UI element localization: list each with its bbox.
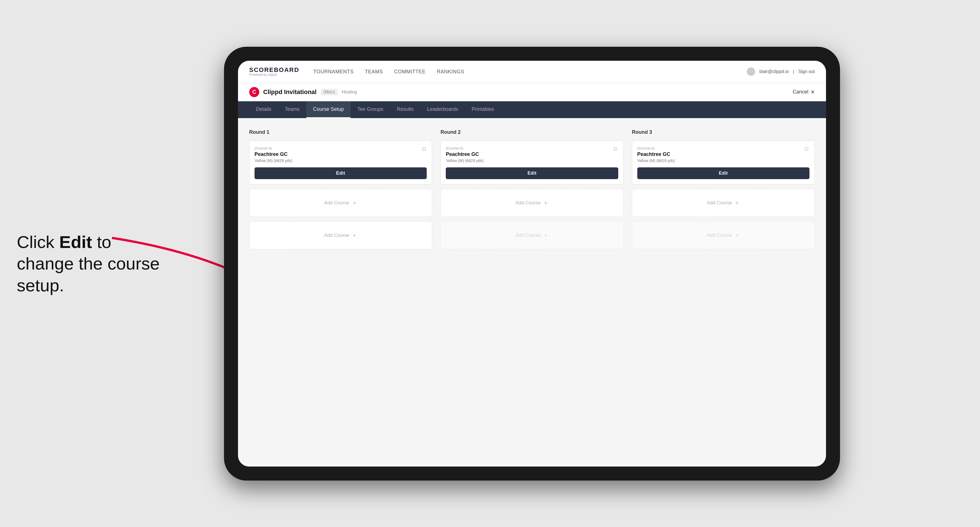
round-3-add-text-1: Add Course bbox=[707, 200, 732, 206]
round-3-add-course-1[interactable]: Add Course ＋ bbox=[632, 189, 815, 217]
round-1-course-details: Yellow (M) (6629 yds) bbox=[255, 159, 427, 163]
tab-printables[interactable]: Printables bbox=[465, 101, 501, 118]
round-2-add-course-2: Add Course ＋ bbox=[441, 221, 623, 249]
round-2-plus-icon-1: ＋ bbox=[543, 199, 549, 206]
tab-bar: Details Teams Course Setup Tee Groups Re… bbox=[238, 101, 826, 118]
tab-teams[interactable]: Teams bbox=[278, 101, 306, 118]
scoreboard-logo: SCOREBOARD bbox=[249, 67, 299, 73]
round-3-add-course-2: Add Course ＋ bbox=[632, 221, 815, 249]
round-1-column: Round 1 ⊡ (Course A) Peachtree GC Yellow… bbox=[249, 129, 432, 249]
page-wrapper: Click Edit to change the course setup. S… bbox=[0, 0, 980, 527]
round-1-add-course-2[interactable]: Add Course ＋ bbox=[249, 221, 432, 249]
round-3-title: Round 3 bbox=[632, 129, 815, 135]
round-3-course-card: ⊡ (Course A) Peachtree GC Yellow (M) (66… bbox=[632, 141, 815, 184]
user-avatar bbox=[747, 67, 755, 76]
round-2-plus-icon-2: ＋ bbox=[543, 232, 549, 239]
round-1-add-text-1: Add Course bbox=[324, 200, 350, 206]
instruction-text: Click Edit to change the course setup. bbox=[17, 231, 171, 296]
round-1-add-text-2: Add Course bbox=[324, 233, 350, 238]
round-2-delete-icon[interactable]: ⊡ bbox=[611, 145, 619, 153]
round-1-course-label: (Course A) bbox=[255, 146, 427, 150]
round-3-plus-icon-1: ＋ bbox=[734, 199, 740, 206]
nav-links: TOURNAMENTS TEAMS COMMITTEE RANKINGS bbox=[313, 69, 747, 75]
round-1-add-course-1[interactable]: Add Course ＋ bbox=[249, 189, 432, 217]
round-2-add-course-1[interactable]: Add Course ＋ bbox=[441, 189, 623, 217]
cancel-icon: ✕ bbox=[811, 89, 815, 95]
sign-out-link[interactable]: Sign out bbox=[798, 69, 815, 74]
round-2-edit-button[interactable]: Edit bbox=[446, 167, 618, 179]
nav-tournaments[interactable]: TOURNAMENTS bbox=[313, 69, 354, 75]
tab-leaderboards[interactable]: Leaderboards bbox=[420, 101, 465, 118]
round-1-title: Round 1 bbox=[249, 129, 432, 135]
tournament-gender: (Men) bbox=[321, 89, 338, 95]
round-2-add-text-2: Add Course bbox=[515, 233, 541, 238]
tab-tee-groups[interactable]: Tee Groups bbox=[350, 101, 390, 118]
cancel-button[interactable]: Cancel ✕ bbox=[793, 89, 815, 95]
user-area: blair@clippd.io | Sign out bbox=[747, 67, 815, 76]
round-2-course-details: Yellow (M) (6629 yds) bbox=[446, 159, 618, 163]
round-3-edit-button[interactable]: Edit bbox=[637, 167, 810, 179]
instruction-block: Click Edit to change the course setup. bbox=[17, 231, 171, 296]
main-content: Round 1 ⊡ (Course A) Peachtree GC Yellow… bbox=[238, 118, 826, 467]
round-2-course-card: ⊡ (Course A) Peachtree GC Yellow (M) (66… bbox=[441, 141, 623, 184]
tournament-header: C Clippd Invitational (Men) Hosting Canc… bbox=[238, 83, 826, 101]
nav-rankings[interactable]: RANKINGS bbox=[437, 69, 464, 75]
nav-teams[interactable]: TEAMS bbox=[365, 69, 383, 75]
round-2-title: Round 2 bbox=[441, 129, 623, 135]
round-1-course-name: Peachtree GC bbox=[255, 151, 427, 157]
round-3-course-label: (Course A) bbox=[637, 146, 810, 150]
tab-results[interactable]: Results bbox=[390, 101, 420, 118]
round-1-course-card: ⊡ (Course A) Peachtree GC Yellow (M) (66… bbox=[249, 141, 432, 184]
round-3-delete-icon[interactable]: ⊡ bbox=[803, 145, 811, 153]
tournament-left: C Clippd Invitational (Men) Hosting bbox=[249, 87, 357, 97]
logo-area: SCOREBOARD Powered by clippd bbox=[249, 67, 299, 76]
rounds-grid: Round 1 ⊡ (Course A) Peachtree GC Yellow… bbox=[249, 129, 815, 249]
tournament-name: Clippd Invitational bbox=[263, 89, 317, 96]
user-email: blair@clippd.io bbox=[759, 69, 789, 74]
round-3-add-text-2: Add Course bbox=[707, 233, 732, 238]
tab-course-setup[interactable]: Course Setup bbox=[306, 101, 350, 118]
tab-details[interactable]: Details bbox=[249, 101, 278, 118]
separator: | bbox=[793, 69, 794, 74]
hosting-label: Hosting bbox=[342, 90, 357, 95]
clippd-logo: C bbox=[249, 87, 259, 97]
round-2-course-name: Peachtree GC bbox=[446, 151, 618, 157]
round-1-delete-icon[interactable]: ⊡ bbox=[420, 145, 428, 153]
round-1-edit-button[interactable]: Edit bbox=[255, 167, 427, 179]
round-2-course-label: (Course A) bbox=[446, 146, 618, 150]
tablet-screen: SCOREBOARD Powered by clippd TOURNAMENTS… bbox=[238, 61, 826, 467]
instruction-bold: Edit bbox=[59, 232, 92, 251]
round-3-column: Round 3 ⊡ (Course A) Peachtree GC Yellow… bbox=[632, 129, 815, 249]
round-3-course-details: Yellow (M) (6629 yds) bbox=[637, 159, 810, 163]
nav-committee[interactable]: COMMITTEE bbox=[394, 69, 426, 75]
round-2-add-text-1: Add Course bbox=[515, 200, 541, 206]
round-1-plus-icon-2: ＋ bbox=[352, 232, 357, 239]
top-nav: SCOREBOARD Powered by clippd TOURNAMENTS… bbox=[238, 61, 826, 83]
logo-subtitle: Powered by clippd bbox=[249, 73, 299, 76]
round-1-plus-icon-1: ＋ bbox=[352, 199, 357, 206]
round-2-column: Round 2 ⊡ (Course A) Peachtree GC Yellow… bbox=[441, 129, 623, 249]
tablet-device: SCOREBOARD Powered by clippd TOURNAMENTS… bbox=[224, 47, 840, 481]
round-3-plus-icon-2: ＋ bbox=[734, 232, 740, 239]
round-3-course-name: Peachtree GC bbox=[637, 151, 810, 157]
